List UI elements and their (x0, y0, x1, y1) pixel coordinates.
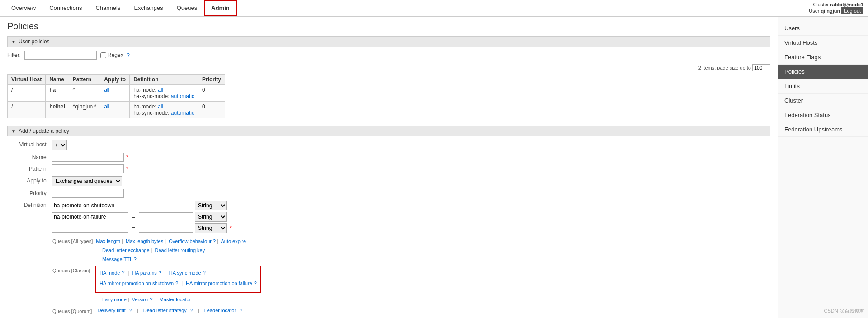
sidebar-item-policies[interactable]: Policies (778, 65, 868, 79)
link-delivery-limit[interactable]: Delivery limit (97, 306, 125, 315)
nav-channels[interactable]: Channels (89, 0, 127, 15)
top-navigation: Overview Connections Channels Exchanges … (0, 0, 868, 17)
priority-input-wrapper (52, 189, 124, 198)
link-dead-letter-exchange[interactable]: Dead letter exchange (102, 248, 150, 253)
name-input-wrapper: * (52, 153, 128, 162)
vhost-row: Virtual host: / (7, 140, 770, 150)
row2-apply-to-link[interactable]: all (104, 103, 109, 110)
user-policies-section-header[interactable]: ▼ User policies (7, 36, 770, 47)
link-ha-sync-help[interactable]: ? (203, 269, 206, 278)
apply-to-label: Apply to: (7, 176, 48, 184)
sidebar-item-federation-upstreams[interactable]: Federation Upstreams (778, 122, 868, 137)
row2-definition: ha-mode: all ha-sync-mode: automatic (130, 102, 198, 118)
link-dead-letter-strategy[interactable]: Dead letter strategy (143, 306, 187, 315)
link-overflow-help[interactable]: ? (213, 238, 216, 244)
row1-apply-to-link[interactable]: all (104, 87, 109, 93)
ha-box: HA mode ? | HA params ? | HA sync mode ?… (95, 266, 261, 293)
row1-priority: 0 (198, 85, 225, 102)
queues-all-row2: Dead letter exchange| Dead letter routin… (102, 246, 770, 255)
row1-ha-sync-link[interactable]: automatic (171, 93, 194, 99)
nav-exchanges[interactable]: Exchanges (127, 0, 170, 15)
add-policy-section-header[interactable]: ▼ Add / update a policy (7, 126, 770, 136)
filter-input[interactable] (24, 51, 97, 60)
def-required: * (230, 225, 232, 231)
sidebar-item-cluster[interactable]: Cluster (778, 94, 868, 108)
def-row-1: = StringNumberBooleanList (52, 201, 232, 210)
def-val-2[interactable] (139, 212, 193, 221)
row2-ha-mode-link[interactable]: all (158, 103, 163, 110)
link-message-ttl-help[interactable]: ? (134, 257, 137, 262)
col-apply-to: Apply to (100, 75, 130, 85)
queues-quorum-label: Queues [Quorum] (52, 306, 92, 316)
link-ha-sync-mode[interactable]: HA sync mode (169, 269, 201, 278)
link-ha-params-help[interactable]: ? (159, 269, 161, 278)
regex-checkbox[interactable] (100, 52, 106, 58)
vhost-label: Virtual host: (7, 140, 48, 148)
pattern-input[interactable] (52, 164, 124, 173)
logout-button[interactable]: Log out (841, 7, 863, 14)
link-leader-locator-help[interactable]: ? (240, 306, 242, 315)
link-dead-letter-strategy-help[interactable]: ? (190, 306, 193, 315)
link-lazy-mode[interactable]: Lazy mode (102, 297, 127, 302)
pattern-input-wrapper: * (52, 164, 128, 173)
link-overflow-behaviour[interactable]: Overflow behaviour (169, 238, 212, 244)
def-val-1[interactable] (139, 201, 193, 210)
sidebar-item-users[interactable]: Users (778, 21, 868, 36)
vhost-select[interactable]: / (52, 140, 67, 150)
link-ha-mirror-failure-help[interactable]: ? (254, 279, 257, 288)
link-auto-expire[interactable]: Auto expire (221, 238, 246, 244)
row1-name: ha (46, 85, 69, 102)
def-val-3[interactable] (139, 224, 193, 233)
link-delivery-limit-help[interactable]: ? (129, 306, 132, 315)
link-version[interactable]: Version (132, 297, 149, 302)
nav-queues[interactable]: Queues (170, 0, 204, 15)
link-dead-letter-routing-key[interactable]: Dead letter routing key (155, 248, 205, 253)
link-ha-params[interactable]: HA params (132, 269, 156, 278)
watermark: CSDN @百慕俊君 (824, 308, 864, 314)
link-master-locator[interactable]: Master locator (160, 297, 191, 302)
sidebar-item-feature-flags[interactable]: Feature Flags (778, 50, 868, 65)
sidebar-item-federation-status[interactable]: Federation Status (778, 108, 868, 122)
def-key-2[interactable] (52, 212, 128, 221)
link-message-ttl[interactable]: Message TTL (102, 257, 132, 262)
col-definition: Definition (130, 75, 198, 85)
queues-classic-section: Queues [Classic] HA mode ? | HA params ?… (52, 266, 770, 295)
sidebar-item-limits[interactable]: Limits (778, 79, 868, 94)
name-input[interactable] (52, 153, 124, 162)
link-max-length-bytes[interactable]: Max length bytes (126, 238, 163, 244)
link-ha-mirror-shutdown-help[interactable]: ? (175, 279, 178, 288)
sidebar-item-virtual-hosts[interactable]: Virtual Hosts (778, 36, 868, 50)
queues-classic-label: Queues [Classic] (52, 266, 90, 276)
apply-to-select[interactable]: Exchanges and queues Exchanges Queues (52, 176, 122, 186)
name-label: Name: (7, 153, 48, 160)
priority-label: Priority: (7, 189, 48, 196)
def-type-3[interactable]: StringNumberBooleanList (195, 223, 227, 233)
page-size-input[interactable] (752, 64, 770, 71)
filter-label: Filter: (7, 52, 21, 58)
def-type-2[interactable]: StringNumberBooleanList (195, 212, 227, 222)
nav-connections[interactable]: Connections (42, 0, 89, 15)
link-ha-mode-help[interactable]: ? (122, 269, 124, 278)
def-key-3[interactable] (52, 224, 128, 233)
link-ha-mirror-failure[interactable]: HA mirror promotion on failure (186, 279, 252, 288)
regex-label[interactable]: Regex (100, 52, 123, 58)
add-policy-form: Virtual host: / Name: * Pattern: * (7, 140, 770, 316)
nav-overview[interactable]: Overview (5, 0, 42, 15)
row2-ha-sync-link[interactable]: automatic (171, 110, 194, 116)
row2-priority: 0 (198, 102, 225, 118)
link-max-length[interactable]: Max length (96, 238, 120, 244)
def-key-1[interactable] (52, 201, 128, 210)
pattern-required: * (126, 166, 128, 172)
def-row-2: = StringNumberBooleanList (52, 212, 232, 222)
priority-input[interactable] (52, 189, 124, 198)
link-version-help[interactable]: ? (150, 297, 153, 302)
user-name: User qiingjun Log out (809, 7, 863, 14)
row2-apply-to: all (100, 102, 130, 118)
link-leader-locator[interactable]: Leader locator (204, 306, 236, 315)
link-ha-mode[interactable]: HA mode (99, 269, 120, 278)
nav-admin[interactable]: Admin (204, 0, 236, 16)
row2-pattern: ^qingjun.* (69, 102, 100, 118)
link-ha-mirror-shutdown[interactable]: HA mirror promotion on shutdown (99, 279, 174, 288)
def-type-1[interactable]: StringNumberBooleanList (195, 201, 227, 210)
row1-ha-mode-link[interactable]: all (158, 87, 163, 93)
